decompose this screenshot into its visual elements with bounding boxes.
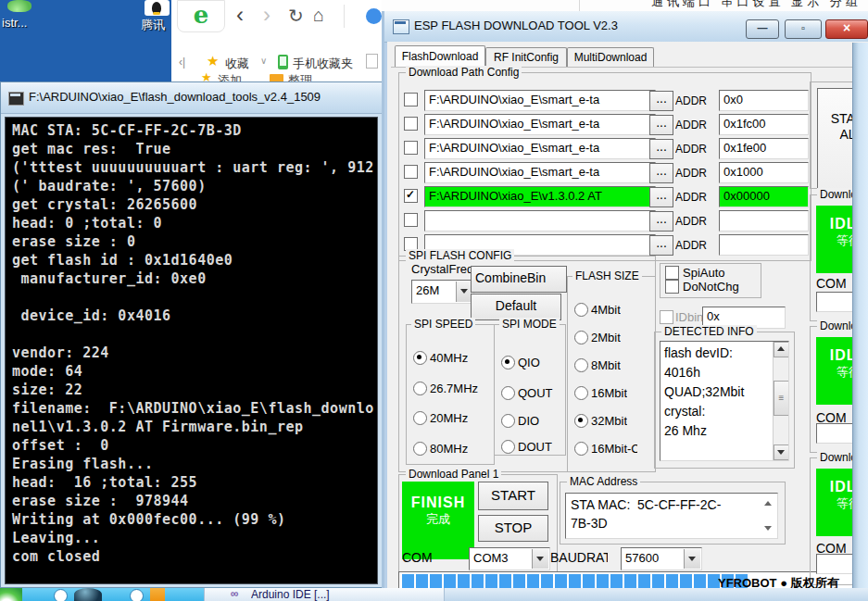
desktop-icon-2[interactable] bbox=[145, 0, 170, 16]
app-taskbar-icon[interactable] bbox=[130, 589, 144, 601]
refresh-icon[interactable]: ↻ bbox=[288, 5, 304, 27]
com-dropdown-icon[interactable] bbox=[532, 549, 548, 569]
crystal-freq-select[interactable]: 26M bbox=[411, 280, 474, 304]
size-32mbit-radio[interactable] bbox=[574, 414, 588, 428]
scroll-up-icon[interactable] bbox=[774, 342, 789, 357]
esp-titlebar[interactable]: ESP FLASH DOWNLOAD TOOL V2.3 — ▫ × bbox=[384, 11, 868, 43]
browse-button-3[interactable]: ... bbox=[649, 139, 673, 159]
browser-logo[interactable]: e bbox=[177, 0, 225, 32]
arduino-taskbar-button[interactable]: ∞ Arduino IDE [...] bbox=[204, 588, 445, 601]
browse-button-5[interactable]: ... bbox=[649, 187, 673, 207]
browse-button-7[interactable]: ... bbox=[649, 235, 673, 256]
esp-client: FlashDownload RF InitConfig MultiDownloa… bbox=[387, 42, 868, 601]
size-16mbitc1-radio[interactable] bbox=[574, 442, 588, 456]
tab-rfinitconfig[interactable]: RF InitConfig bbox=[485, 47, 567, 68]
file-path-1[interactable]: F:\ARDUINO\xiao_E\smart_e-ta bbox=[424, 90, 656, 111]
file-checkbox-4[interactable] bbox=[404, 165, 418, 179]
file-checkbox-5[interactable] bbox=[404, 189, 418, 203]
phone-folder-label[interactable]: 手机收藏夹 bbox=[293, 56, 353, 72]
detected-info-box[interactable]: flash devID: 4016h QUAD;32Mbit crystal: … bbox=[660, 341, 789, 461]
mac-address-title: MAC Address bbox=[567, 475, 640, 488]
speed-26mhz-radio[interactable] bbox=[413, 382, 427, 395]
forward-icon[interactable]: › bbox=[263, 2, 270, 28]
file-path-4[interactable]: F:\ARDUINO\xiao_E\smart_e-ta bbox=[424, 162, 656, 183]
file-path-3[interactable]: F:\ARDUINO\xiao_E\smart_e-ta bbox=[424, 138, 656, 159]
mode-dout-radio[interactable] bbox=[501, 440, 515, 454]
file-path-6[interactable] bbox=[424, 210, 656, 232]
scroll-thumb[interactable]: ≡ bbox=[774, 381, 789, 416]
file-checkbox-6[interactable] bbox=[404, 213, 418, 227]
browse-button-1[interactable]: ... bbox=[649, 91, 673, 111]
desktop-icon-1[interactable] bbox=[7, 0, 31, 12]
mode-dio-radio[interactable] bbox=[501, 414, 515, 428]
donotchg-label: DoNotChg bbox=[683, 280, 739, 294]
speed-20mhz-radio[interactable] bbox=[413, 411, 427, 425]
com-select[interactable]: COM3 bbox=[469, 547, 550, 570]
favorites-caret-icon[interactable]: ∨ bbox=[260, 56, 267, 66]
file-checkbox-1[interactable] bbox=[404, 93, 418, 106]
favorites-label[interactable]: 收藏 bbox=[225, 56, 249, 72]
size-8mbit-radio[interactable] bbox=[574, 358, 588, 372]
spiauto-checkbox[interactable] bbox=[665, 266, 679, 280]
mac-scroll-down-icon[interactable] bbox=[764, 526, 772, 531]
tab-flashdownload[interactable]: FlashDownload bbox=[395, 45, 485, 68]
speed-80mhz-radio[interactable] bbox=[413, 442, 427, 456]
idbin-checkbox[interactable] bbox=[660, 310, 673, 324]
bookmarks-collapse-icon[interactable]: ‹| bbox=[179, 56, 185, 69]
addr-value-2[interactable]: 0x1fc00 bbox=[719, 114, 809, 135]
detected-info-text: flash devID: 4016h QUAD;32Mbit crystal: … bbox=[664, 344, 744, 441]
console-titlebar[interactable]: F:\ARDUINO\xiao_E\flash_download_tools_v… bbox=[1, 82, 382, 114]
stop-button[interactable]: STOP bbox=[478, 515, 548, 542]
tab-multidownload[interactable]: MultiDownload bbox=[567, 47, 654, 68]
addr-value-1[interactable]: 0x0 bbox=[719, 90, 809, 111]
back-icon[interactable]: ‹ bbox=[236, 2, 244, 28]
addr-label-4: ADDR bbox=[675, 167, 707, 180]
browser-logo-e-icon: e bbox=[194, 1, 209, 29]
scroll-down-icon[interactable] bbox=[774, 444, 789, 460]
mode-dout-label: DOUT bbox=[518, 440, 552, 454]
sphere-taskbar-icon[interactable] bbox=[74, 588, 102, 601]
size-4mbit-radio[interactable] bbox=[574, 303, 588, 317]
orange-taskbar-icon[interactable] bbox=[150, 588, 165, 601]
addr-value-4[interactable]: 0x1000 bbox=[719, 162, 809, 183]
close-button[interactable]: × bbox=[825, 19, 868, 39]
home-icon[interactable]: ⌂ bbox=[313, 5, 324, 26]
addr-value-7[interactable] bbox=[719, 234, 809, 256]
combine-bin-button[interactable]: CombineBin bbox=[471, 266, 567, 293]
mode-qout-radio[interactable] bbox=[501, 386, 515, 400]
file-checkbox-2[interactable] bbox=[404, 117, 418, 131]
start-orb-icon[interactable] bbox=[0, 588, 22, 601]
close-icon: × bbox=[843, 20, 850, 35]
addr-value-5[interactable]: 0x00000 bbox=[719, 186, 809, 207]
size-2mbit-radio[interactable] bbox=[574, 331, 588, 344]
browser-taskbar-icon[interactable] bbox=[54, 589, 68, 601]
partial-blue-icon[interactable] bbox=[366, 8, 382, 24]
mode-qio-radio[interactable] bbox=[501, 356, 515, 369]
browse-button-2[interactable]: ... bbox=[649, 115, 673, 135]
speed-40mhz-label: 40MHz bbox=[430, 351, 468, 365]
start-button[interactable]: START bbox=[478, 482, 548, 510]
panel1-status-sub: 完成 bbox=[402, 511, 474, 528]
maximize-button[interactable]: ▫ bbox=[785, 19, 822, 39]
console-screen[interactable]: MAC STA: 5C-CF-FF-2C-7B-3D get mac res: … bbox=[5, 117, 378, 584]
browse-button-6[interactable]: ... bbox=[649, 211, 673, 232]
addr-value-3[interactable]: 0x1fe00 bbox=[719, 138, 809, 159]
speed-80mhz-label: 80MHz bbox=[430, 442, 468, 456]
addr-value-6[interactable] bbox=[719, 210, 809, 232]
minimize-button[interactable]: — bbox=[746, 19, 779, 39]
detected-info-scrollbar[interactable]: ≡ bbox=[773, 342, 788, 460]
mac-scroll-up-icon[interactable] bbox=[764, 501, 772, 506]
speed-40mhz-radio[interactable] bbox=[413, 351, 427, 365]
browse-button-4[interactable]: ... bbox=[649, 163, 673, 183]
baudrate-select[interactable]: 57600 bbox=[621, 547, 702, 570]
page-icon[interactable] bbox=[366, 54, 378, 69]
size-16mbit-radio[interactable] bbox=[574, 386, 588, 400]
file-checkbox-3[interactable] bbox=[404, 141, 418, 155]
default-button[interactable]: Default bbox=[471, 294, 561, 320]
donotchg-checkbox[interactable] bbox=[665, 280, 679, 294]
mac-address-box[interactable]: STA MAC: 5C-CF-FF-2C- 7B-3D bbox=[565, 493, 778, 539]
file-path-2[interactable]: F:\ARDUINO\xiao_E\smart_e-ta bbox=[424, 114, 656, 135]
baudrate-dropdown-icon[interactable] bbox=[684, 549, 700, 569]
file-path-5[interactable]: F:\ARDUINO\xiao_E\v1.3.0.2 AT bbox=[424, 186, 656, 207]
size-32mbit-label: 32Mbit bbox=[591, 414, 627, 428]
